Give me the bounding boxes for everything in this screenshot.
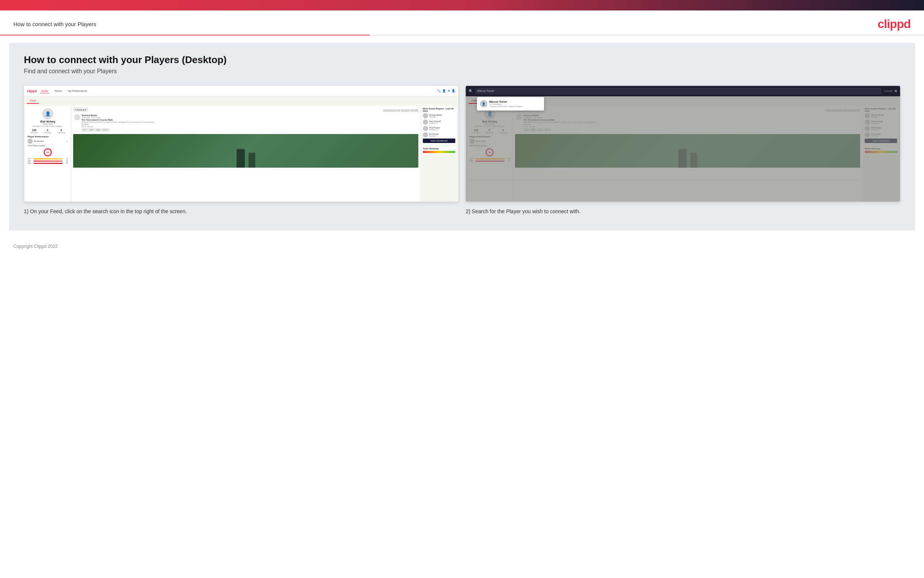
mock-active-p3: Hiral Pujara Activities: 3 (423, 126, 455, 131)
mock-stat-activities-1: 129 Activities (31, 129, 38, 134)
close-search-btn-2[interactable]: × (895, 88, 897, 94)
mock-nav-home-1: Home (40, 89, 50, 93)
mock-active-p2: Piers Parnell Activities: 4 (423, 120, 455, 125)
search-query-text-2: Marcus Turner (477, 88, 494, 94)
mock-avatar-1: 👤 (42, 108, 53, 120)
logo: clippd (878, 17, 911, 31)
mock-following-row-1: Following ▾ Control who can see your act… (73, 107, 418, 112)
user-icon-1: 👤 (442, 89, 446, 93)
step1-column: clippd Home Teams My Performance 🔍 👤 ⚙ 👤… (24, 86, 458, 216)
avatar-icon-1: 👤 (451, 89, 455, 93)
mock-team-btn-1[interactable]: Team Dashboard (423, 138, 455, 143)
mock-nav-icons-1: 🔍 👤 ⚙ 👤 (437, 89, 455, 93)
search-icon-1[interactable]: 🔍 (437, 89, 441, 93)
columns: clippd Home Teams My Performance 🔍 👤 ⚙ 👤… (24, 86, 900, 216)
mock-stats-1: 129 Activities 3 Followers 4 Following (28, 129, 68, 134)
mock-logo-1: clippd (27, 89, 37, 93)
mock-active-header-1: Most Active Players - Last 30 days (423, 107, 455, 112)
mock-search-input-2[interactable]: Marcus Turner (475, 88, 882, 94)
mock-heatmap-1: Team Heatmap (421, 146, 457, 154)
mock-control-link-1[interactable]: Control who can see your activity and da… (383, 109, 418, 111)
mock-following-btn-1[interactable]: Following ▾ (73, 107, 88, 112)
mock-active-players-1: Most Active Players - Last 30 days Richa… (421, 106, 457, 144)
mock-feed-tab-1[interactable]: Feed (27, 98, 39, 104)
main-title: How to connect with your Players (Deskto… (24, 54, 900, 66)
mock-bar-app-1: APP 70 (28, 160, 68, 162)
mock-eli-avatar-1 (28, 138, 33, 144)
search-result-club-2: Cypress Point Club, United Kingdom (489, 105, 523, 107)
search-glass-icon-2: 🔍 (469, 89, 473, 93)
step1-caption: 1) On your Feed, click on the search ico… (24, 208, 458, 216)
mock-golf-figures-1 (73, 149, 418, 168)
search-result-name-2: Marcus Turner (489, 101, 523, 103)
clear-button-2[interactable]: CLEAR (884, 90, 892, 92)
copyright-text: Copyright Clippd 2022 (13, 244, 58, 249)
mock-active-p1: Richard Butler Activities: 7 (423, 113, 455, 119)
page-header: How to connect with your Players clippd (0, 10, 924, 35)
app-mockup-2: clippd Home Teams My Performance 🔍 👤 ⚙ 👤… (466, 86, 900, 201)
mock-right-panel-1: Most Active Players - Last 30 days Richa… (421, 106, 457, 201)
mock-tags-1: OTT APP ARG PUTT (82, 128, 417, 132)
mock-nav-1: clippd Home Teams My Performance 🔍 👤 ⚙ 👤 (24, 86, 458, 96)
main-content: How to connect with your Players (Deskto… (9, 43, 915, 231)
mock-profile-1: 👤 Blair McHarg Golf Coach Mill Ride Golf… (28, 108, 68, 127)
mock-eli-row-1: Eli Vincent ▾ (28, 138, 68, 144)
mock-nav-myperformance-1: My Performance (66, 89, 89, 93)
step2-caption: 2) Search for the Player you wish to con… (466, 208, 900, 216)
mock-club-1: Mill Ride Golf Club, United Kingdom (28, 125, 68, 127)
mock-center-panel-1: Following ▾ Control who can see your act… (72, 106, 420, 201)
mock-active-p4: Eli Vincent Activities: 1 (423, 132, 455, 137)
mock-golf-image-1 (73, 134, 418, 168)
search-result-item-2[interactable]: 👤 Marcus Turner 1.5 Handicap Cypress Poi… (480, 100, 541, 107)
golfer-1 (236, 149, 245, 168)
step2-screenshot: clippd Home Teams My Performance 🔍 👤 ⚙ 👤… (466, 86, 900, 201)
mock-search-bar-2: 🔍 Marcus Turner CLEAR × (466, 86, 900, 96)
mock-bar-ott-1: OTT 79 (28, 158, 68, 160)
page-title: How to connect with your Players (13, 21, 96, 27)
mock-stat-followers-1: 3 Followers (44, 129, 52, 134)
mock-left-panel-1: 👤 Blair McHarg Golf Coach Mill Ride Golf… (25, 106, 70, 201)
mock-quality-circle-1: 84 (44, 148, 52, 156)
app-mockup-1: clippd Home Teams My Performance 🔍 👤 ⚙ 👤… (24, 86, 458, 201)
settings-icon-1: ⚙ (447, 89, 450, 93)
top-bar (0, 0, 924, 10)
search-result-avatar-2: 👤 (480, 100, 487, 107)
mock-duration-1: 02 hr : 00 min (82, 125, 417, 128)
mock-bar-arg-1: ARG 61 (28, 162, 68, 164)
mock-nav-teams-1: Teams (53, 89, 63, 93)
step1-screenshot: clippd Home Teams My Performance 🔍 👤 ⚙ 👤… (24, 86, 458, 201)
mock-activity-content-1: Richard Butler Yesterday · The Grove Pre… (82, 114, 417, 132)
main-subtitle: Find and connect with your Players (24, 68, 900, 75)
mock-activity-avatar-1 (74, 114, 80, 120)
mock-stat-following-1: 4 Following (57, 129, 65, 134)
header-divider (0, 35, 924, 36)
step2-column: clippd Home Teams My Performance 🔍 👤 ⚙ 👤… (466, 86, 900, 216)
mock-quality-label-1: Total Player Quality (28, 144, 68, 147)
mock-body-1: 👤 Blair McHarg Golf Coach Mill Ride Golf… (24, 104, 458, 201)
search-dropdown-2: 👤 Marcus Turner 1.5 Handicap Cypress Poi… (477, 97, 544, 110)
mock-player-perf-title-1: Player Performance (28, 136, 68, 138)
golfer-2 (249, 153, 255, 168)
mock-name-1: Blair McHarg (28, 120, 68, 123)
page-footer: Copyright Clippd 2022 (0, 238, 924, 255)
mock-activity-1: Richard Butler Yesterday · The Grove Pre… (73, 113, 418, 133)
mock-heatmap-header-1: Team Heatmap (423, 148, 455, 150)
